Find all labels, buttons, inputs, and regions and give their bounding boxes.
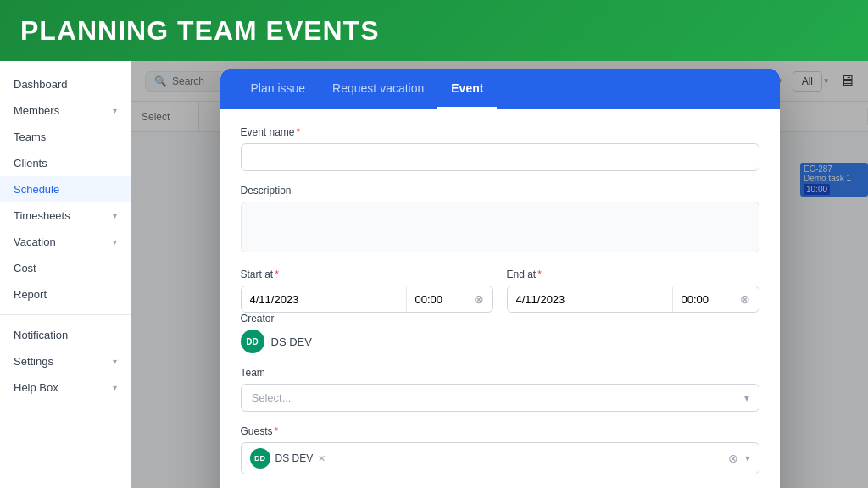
header-banner: PLANNING TEAM EVENTS <box>0 0 868 61</box>
sidebar-item-members[interactable]: Members ▾ <box>0 97 131 124</box>
team-label: Team <box>241 367 760 379</box>
team-group: Team Select... ▾ <box>241 367 760 412</box>
event-modal: Plan issue Request vacation Event Event … <box>220 69 780 488</box>
start-at-label: Start at* <box>241 269 493 280</box>
guests-label: Guests* <box>241 425 760 437</box>
creator-row: DD DS DEV <box>241 330 760 353</box>
team-select-wrap: Select... ▾ <box>241 384 760 412</box>
sidebar-item-cost[interactable]: Cost <box>0 255 131 281</box>
start-date-clear-icon[interactable]: ⊗ <box>465 286 492 312</box>
creator-name: DS DEV <box>271 336 312 348</box>
chevron-icon: ▾ <box>113 106 117 115</box>
sidebar-item-vacation[interactable]: Vacation ▾ <box>0 229 131 255</box>
chevron-icon: ▾ <box>113 211 117 220</box>
start-date-wrap: ⊗ <box>241 286 493 313</box>
description-textarea[interactable] <box>241 202 760 252</box>
guest-tag: DD DS DEV ✕ <box>250 448 326 469</box>
event-name-input[interactable] <box>241 143 760 171</box>
end-at-label: End at* <box>507 269 760 280</box>
guests-chevron-icon[interactable]: ▾ <box>745 452 750 464</box>
sidebar-item-teams[interactable]: Teams <box>0 124 131 150</box>
sidebar-divider <box>0 314 131 315</box>
sidebar: Dashboard Members ▾ Teams Clients Schedu… <box>0 61 131 488</box>
creator-label: Creator <box>241 313 760 324</box>
guests-clear-icon[interactable]: ⊗ <box>728 452 738 465</box>
sidebar-item-help-box[interactable]: Help Box ▾ <box>0 374 131 401</box>
description-group: Description <box>241 185 760 255</box>
end-date-input[interactable] <box>508 287 672 312</box>
end-time-input[interactable] <box>672 287 732 312</box>
guests-wrap[interactable]: DD DS DEV ✕ ⊗ ▾ <box>241 442 760 474</box>
modal-tabs: Plan issue Request vacation Event <box>220 69 780 109</box>
guest-name: DS DEV <box>275 452 314 464</box>
modal-body: Event name* Description Start at* <box>220 109 780 488</box>
description-label: Description <box>241 185 760 197</box>
guests-group: Guests* DD DS DEV ✕ ⊗ ▾ <box>241 425 760 474</box>
guest-avatar: DD <box>250 448 270 469</box>
chevron-icon: ▾ <box>113 357 117 366</box>
sidebar-item-schedule[interactable]: Schedule <box>0 176 131 202</box>
sidebar-item-timesheets[interactable]: Timesheets ▾ <box>0 202 131 229</box>
chevron-icon: ▾ <box>113 237 117 247</box>
creator-avatar: DD <box>241 330 264 353</box>
sidebar-item-dashboard[interactable]: Dashboard <box>0 71 131 97</box>
modal-overlay: Plan issue Request vacation Event Event … <box>131 61 868 488</box>
content-area: 🔍 Team Individual ✕ Show Workload Today … <box>131 61 868 488</box>
sidebar-item-report[interactable]: Report <box>0 281 131 308</box>
date-row: Start at* ⊗ End at* <box>241 269 760 313</box>
guests-actions: ⊗ ▾ <box>728 452 750 465</box>
sidebar-item-notification[interactable]: Notification <box>0 322 131 348</box>
start-at-group: Start at* ⊗ <box>241 269 493 313</box>
event-name-label: Event name* <box>241 126 760 138</box>
end-date-wrap: ⊗ <box>507 286 760 313</box>
event-name-group: Event name* <box>241 126 760 171</box>
main-layout: Dashboard Members ▾ Teams Clients Schedu… <box>0 61 868 488</box>
chevron-icon: ▾ <box>113 383 117 392</box>
start-date-input[interactable] <box>242 287 406 312</box>
start-time-input[interactable] <box>406 287 465 312</box>
modal-tab-request-vacation[interactable]: Request vacation <box>319 69 437 109</box>
end-at-group: End at* ⊗ <box>507 269 760 313</box>
header-title: PLANNING TEAM EVENTS <box>20 15 380 47</box>
creator-group: Creator DD DS DEV <box>241 313 760 353</box>
sidebar-item-settings[interactable]: Settings ▾ <box>0 348 131 374</box>
modal-tab-event[interactable]: Event <box>437 69 497 109</box>
team-select[interactable]: Select... <box>241 384 760 412</box>
modal-tab-plan-issue[interactable]: Plan issue <box>237 69 320 109</box>
guest-remove-button[interactable]: ✕ <box>318 453 326 464</box>
sidebar-item-clients[interactable]: Clients <box>0 150 131 176</box>
end-date-clear-icon[interactable]: ⊗ <box>732 286 759 312</box>
